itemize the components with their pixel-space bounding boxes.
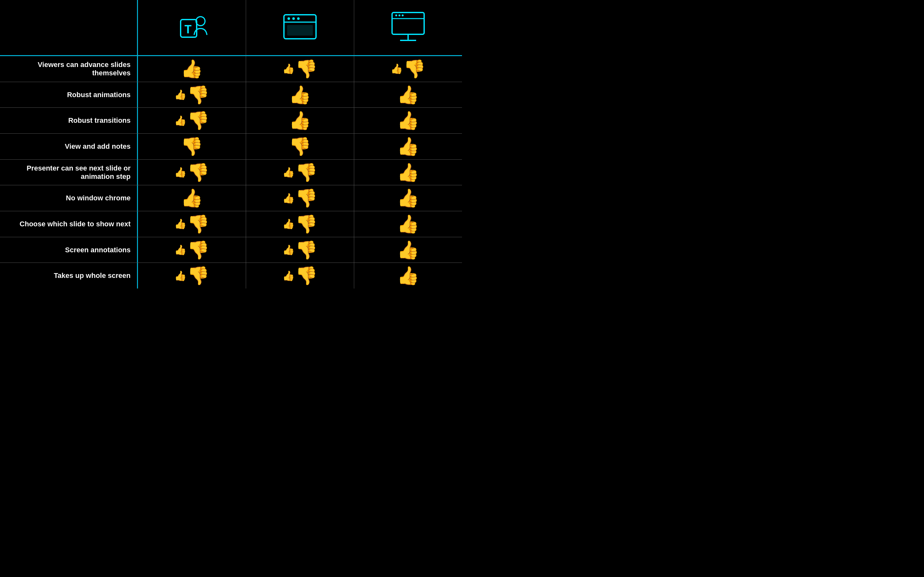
- value-cell: 👍: [138, 185, 246, 211]
- col-header-monitor: [354, 0, 462, 55]
- thumb-up-icon: 👍: [397, 84, 419, 105]
- value-cell: 👍: [354, 108, 462, 133]
- feature-label: Robust animations: [0, 82, 138, 108]
- mixed-down-icon: 👍👎: [391, 58, 426, 79]
- value-cell: 👎: [246, 134, 354, 159]
- value-cell: 👍: [354, 185, 462, 211]
- svg-point-15: [402, 15, 404, 16]
- table-row: Robust transitions👍👎👍👍: [0, 108, 462, 134]
- thumb-up-icon: 👍: [181, 187, 203, 209]
- mixed-down-icon: 👍👎: [282, 58, 318, 79]
- value-cell: 👍: [354, 160, 462, 185]
- svg-point-13: [395, 15, 397, 16]
- thumb-up-icon: 👍: [397, 136, 419, 157]
- thumb-up-icon: 👍: [397, 187, 419, 209]
- table-row: View and add notes👎👎👍: [0, 134, 462, 160]
- value-cell: 👍: [354, 211, 462, 237]
- thumb-up-icon: 👍: [397, 110, 419, 131]
- value-cell: 👍👎: [138, 108, 246, 133]
- table-row: Presenter can see next slide or animatio…: [0, 160, 462, 185]
- comparison-table: T: [0, 0, 462, 288]
- value-cell: 👍: [354, 237, 462, 263]
- value-cell: 👍: [354, 263, 462, 288]
- thumb-up-icon: 👍: [181, 58, 203, 79]
- thumb-up-icon: 👍: [397, 239, 419, 261]
- feature-label: Takes up whole screen: [0, 263, 138, 288]
- rows-container: Viewers can advance slides themselves👍👍👎…: [0, 56, 462, 288]
- feature-label: No window chrome: [0, 185, 138, 211]
- svg-point-14: [399, 15, 401, 16]
- svg-point-6: [292, 17, 295, 20]
- thumb-down-icon: 👎: [181, 136, 203, 157]
- value-cell: 👍👎: [246, 160, 354, 185]
- thumb-up-icon: 👍: [397, 213, 419, 235]
- svg-point-2: [196, 17, 205, 26]
- mixed-down-icon: 👍👎: [174, 84, 210, 105]
- svg-point-5: [288, 17, 290, 20]
- value-cell: 👍👎: [138, 82, 246, 108]
- feature-label: Presenter can see next slide or animatio…: [0, 160, 138, 185]
- col-header-teams: T: [138, 0, 246, 55]
- thumb-up-icon: 👍: [397, 162, 419, 183]
- feature-label: Screen annotations: [0, 237, 138, 263]
- feature-label: Viewers can advance slides themselves: [0, 56, 138, 82]
- table-row: Robust animations👍👎👍👍: [0, 82, 462, 108]
- value-cell: 👍: [354, 82, 462, 108]
- value-cell: 👍👎: [246, 185, 354, 211]
- mixed-down-icon: 👍👎: [282, 265, 318, 286]
- svg-rect-8: [287, 25, 313, 35]
- value-cell: 👍👎: [138, 160, 246, 185]
- value-cell: 👎: [138, 134, 246, 159]
- mixed-down-icon: 👍👎: [174, 213, 210, 235]
- value-cell: 👍👎: [246, 237, 354, 263]
- thumb-up-icon: 👍: [289, 110, 311, 131]
- svg-point-7: [297, 17, 300, 20]
- value-cell: 👍👎: [246, 263, 354, 288]
- value-cell: 👍👎: [138, 237, 246, 263]
- thumb-up-icon: 👍: [289, 84, 311, 105]
- mixed-down-icon: 👍👎: [282, 187, 318, 209]
- value-cell: 👍: [246, 82, 354, 108]
- mixed-down-icon: 👍👎: [174, 265, 210, 286]
- value-cell: 👍: [246, 108, 354, 133]
- svg-text:T: T: [184, 23, 192, 36]
- thumb-up-icon: 👍: [397, 265, 419, 286]
- value-cell: 👍👎: [246, 211, 354, 237]
- mixed-down-icon: 👍👎: [174, 162, 210, 183]
- value-cell: 👍👎: [138, 263, 246, 288]
- feature-col-header: [0, 0, 138, 55]
- table-row: Screen annotations👍👎👍👎👍: [0, 237, 462, 263]
- mixed-down-icon: 👍👎: [174, 110, 210, 131]
- value-cell: 👍: [138, 56, 246, 82]
- table-row: No window chrome👍👍👎👍: [0, 185, 462, 211]
- feature-label: Choose which slide to show next: [0, 211, 138, 237]
- value-cell: 👍👎: [138, 211, 246, 237]
- mixed-down-icon: 👍👎: [282, 213, 318, 235]
- mixed-down-icon: 👍👎: [282, 239, 318, 261]
- table-row: Viewers can advance slides themselves👍👍👎…: [0, 56, 462, 82]
- value-cell: 👍👎: [354, 56, 462, 82]
- thumb-down-icon: 👎: [289, 136, 311, 157]
- mixed-down-icon: 👍👎: [282, 162, 318, 183]
- header-row: T: [0, 0, 462, 56]
- col-header-browser: [246, 0, 354, 55]
- feature-label: Robust transitions: [0, 108, 138, 133]
- mixed-down-icon: 👍👎: [174, 239, 210, 261]
- feature-label: View and add notes: [0, 134, 138, 159]
- value-cell: 👍👎: [246, 56, 354, 82]
- value-cell: 👍: [354, 134, 462, 159]
- table-row: Takes up whole screen👍👎👍👎👍: [0, 263, 462, 288]
- table-row: Choose which slide to show next👍👎👍👎👍: [0, 211, 462, 237]
